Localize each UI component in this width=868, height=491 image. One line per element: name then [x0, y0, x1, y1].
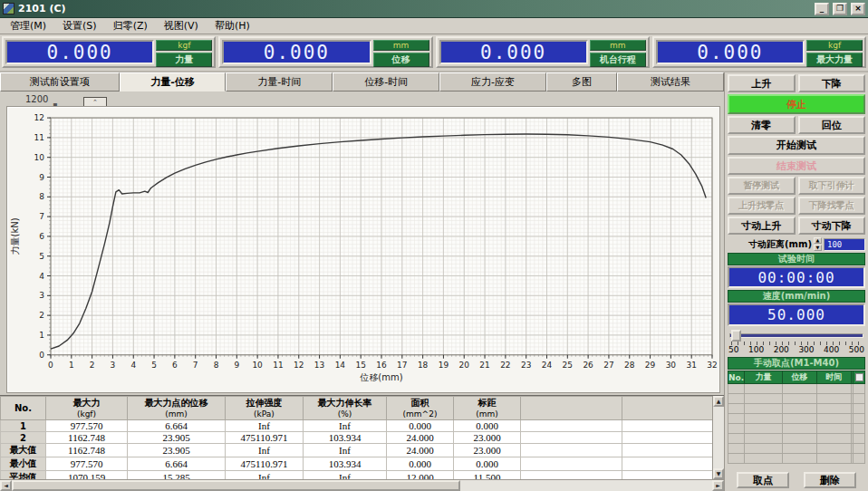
speed-slider-thumb[interactable]: [731, 330, 741, 342]
svg-text:0: 0: [48, 361, 53, 370]
svg-text:18: 18: [418, 361, 429, 370]
jog-distance-stepper[interactable]: ▲ ▼: [814, 237, 822, 251]
table-row[interactable]: 21162.74823.905475110.971103.93424.00023…: [1, 432, 713, 444]
svg-text:27: 27: [603, 361, 613, 370]
svg-text:10: 10: [34, 153, 45, 162]
value-cell: 977.570: [46, 420, 128, 432]
manual-scroll-icon[interactable]: [855, 373, 863, 381]
speed-header: 速度(mm/min): [728, 290, 865, 303]
jog-down-button[interactable]: 寸动下降: [798, 217, 866, 235]
manual-points-row[interactable]: [728, 394, 865, 404]
svg-text:12: 12: [294, 361, 304, 370]
table-row[interactable]: 最大值1162.74823.905InfInf24.00023.000: [1, 444, 713, 457]
manual-points-row[interactable]: [728, 384, 865, 394]
row-label-cell: 最小值: [1, 457, 46, 471]
menu-help[interactable]: 帮助(H): [207, 17, 258, 34]
results-table: No.最大力(kgf)最大力点的位移(mm)拉伸强度(kPa)最大力伸长率(%)…: [0, 396, 712, 479]
value-cell: [622, 471, 713, 480]
manual-points-table-header: No.力量位移时间: [728, 371, 865, 384]
row-label-cell: 1: [1, 420, 46, 432]
manual-points-row[interactable]: [728, 444, 865, 454]
tab-strip: 测试前设置项力量-位移力量-时间位移-时间应力-应变多图测试结果: [0, 72, 724, 91]
down-find-zero-button[interactable]: 下降找零点: [798, 197, 866, 215]
svg-text:2: 2: [90, 361, 95, 370]
control-panel: 上升 下降 停止 清零 回位 开始测试 结束测试 暂停测试 取下引伸计 上升找零…: [724, 72, 868, 491]
tab-multi-chart[interactable]: 多图: [546, 72, 617, 91]
svg-text:30: 30: [666, 361, 677, 370]
up-find-zero-button[interactable]: 上升找零点: [728, 197, 796, 215]
manual-points-row[interactable]: [728, 454, 865, 464]
value-cell: [521, 471, 622, 480]
display-force-label: 力量: [156, 53, 212, 67]
menu-management[interactable]: 管理(M): [2, 17, 54, 34]
speed-tick-label: 300: [798, 345, 814, 356]
jog-up-button[interactable]: 寸动上升: [728, 217, 796, 235]
scroll-down-icon[interactable]: ▼: [713, 468, 724, 479]
menu-settings[interactable]: 设置(S): [54, 17, 105, 34]
pause-test-button[interactable]: 暂停测试: [728, 177, 796, 195]
stop-status-button[interactable]: 停止: [728, 94, 865, 114]
display-force-value: 0.000: [5, 40, 154, 64]
tab-force-displacement[interactable]: 力量-位移: [120, 72, 227, 91]
tab-pre-test-setup[interactable]: 测试前设置项: [0, 72, 120, 91]
minimize-button[interactable]: _: [815, 3, 829, 15]
svg-text:14: 14: [335, 361, 346, 370]
speed-slider[interactable]: [729, 329, 863, 342]
svg-text:9: 9: [234, 361, 239, 370]
tab-test-results[interactable]: 测试结果: [617, 72, 724, 91]
spin-down-icon[interactable]: ▼: [814, 245, 822, 251]
scroll-right-icon[interactable]: ►: [712, 480, 724, 491]
menu-zero[interactable]: 归零(Z): [105, 17, 156, 34]
col-header: No.: [1, 397, 46, 420]
manual-points-row[interactable]: [728, 404, 865, 414]
svg-text:12: 12: [34, 113, 44, 122]
table-row[interactable]: 平均值1070.15915.285InfInf12.00011.500: [1, 471, 713, 480]
manual-points-row[interactable]: [728, 434, 865, 444]
take-point-button[interactable]: 取点: [737, 472, 789, 488]
table-row[interactable]: 1977.5706.664InfInf0.0000.000: [1, 420, 713, 432]
return-home-button[interactable]: 回位: [798, 116, 866, 134]
svg-text:9: 9: [39, 172, 44, 181]
svg-text:4: 4: [39, 272, 44, 281]
title-bar: 2101 (C) _ ❐ ×: [0, 0, 868, 18]
chart-panel: 0123456789101112131415161718192021222324…: [6, 106, 720, 393]
value-cell: [622, 432, 713, 444]
scroll-left-icon[interactable]: ◄: [0, 480, 12, 491]
hscroll-thumb[interactable]: [12, 480, 460, 491]
tab-force-time[interactable]: 力量-时间: [226, 72, 333, 91]
svg-text:31: 31: [686, 361, 696, 370]
svg-text:19: 19: [439, 361, 449, 370]
manual-table-scroll[interactable]: [854, 371, 865, 384]
clear-zero-button[interactable]: 清零: [728, 116, 796, 134]
delete-point-button[interactable]: 删除: [804, 472, 856, 488]
display-displacement: 0.000mm位移: [218, 36, 432, 68]
svg-text:4: 4: [130, 361, 136, 370]
jog-distance-field[interactable]: 100: [824, 238, 865, 251]
value-cell: 12.000: [387, 471, 454, 480]
row-label-cell: 最大值: [1, 444, 46, 457]
table-row[interactable]: 最小值977.5706.664475110.971103.9340.0000.0…: [1, 457, 713, 471]
end-test-button[interactable]: 结束测试: [728, 157, 865, 175]
scroll-up-icon[interactable]: ▲: [713, 396, 724, 407]
tab-stress-strain[interactable]: 应力-应变: [439, 72, 546, 91]
start-test-button[interactable]: 开始测试: [728, 136, 865, 155]
svg-text:1: 1: [69, 361, 74, 370]
tab-displacement-time[interactable]: 位移-时间: [333, 72, 439, 91]
manual-points-table-body: [728, 384, 865, 464]
results-horizontal-scrollbar[interactable]: ◄ ►: [0, 479, 724, 491]
svg-text:13: 13: [314, 361, 325, 370]
manual-points-row[interactable]: [728, 424, 865, 434]
spin-up-icon[interactable]: ▲: [814, 237, 822, 244]
remove-extensometer-button[interactable]: 取下引伸计: [798, 177, 866, 195]
svg-text:10: 10: [252, 361, 263, 370]
results-vertical-scrollbar[interactable]: ▲ ▼: [712, 396, 724, 479]
up-button[interactable]: 上升: [728, 74, 796, 92]
maximize-button[interactable]: ❐: [833, 3, 847, 15]
display-displacement-value: 0.000: [222, 40, 371, 64]
close-button[interactable]: ×: [851, 3, 865, 15]
col-header: 最大力(kgf): [46, 397, 128, 420]
svg-text:8: 8: [214, 361, 219, 370]
down-button[interactable]: 下降: [798, 74, 866, 92]
menu-view[interactable]: 视图(V): [156, 17, 207, 34]
manual-points-row[interactable]: [728, 414, 865, 424]
